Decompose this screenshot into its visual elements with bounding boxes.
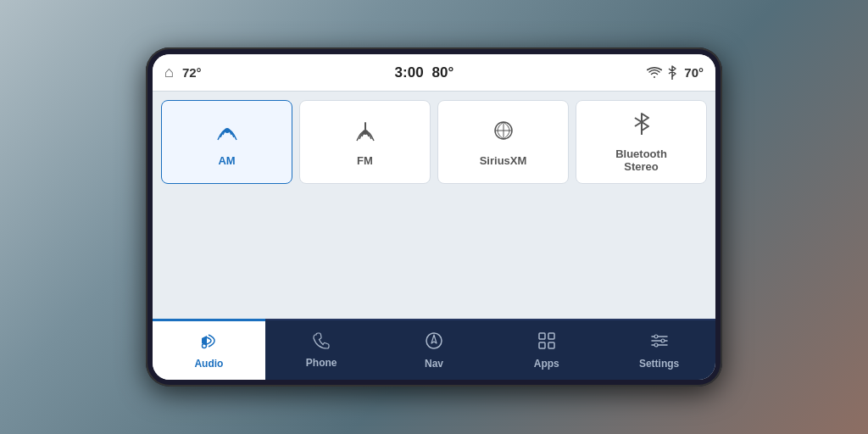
source-row: AM FM bbox=[153, 92, 715, 189]
nav-navigation[interactable]: Nav bbox=[378, 319, 491, 380]
svg-point-20 bbox=[654, 343, 658, 347]
source-bluetooth[interactable]: Bluetooth Stereo bbox=[576, 100, 707, 184]
screen: ⌂ 72° 3:00 80° bbox=[153, 54, 715, 380]
nav-phone[interactable]: Phone bbox=[265, 319, 378, 380]
nav-apps[interactable]: Apps bbox=[490, 319, 603, 380]
clock: 3:00 bbox=[395, 64, 424, 81]
source-am[interactable]: AM bbox=[161, 100, 292, 184]
svg-rect-12 bbox=[548, 333, 554, 339]
content-area bbox=[153, 189, 715, 319]
temp-right: 70° bbox=[684, 65, 704, 80]
apps-icon bbox=[537, 331, 556, 354]
audio-label: Audio bbox=[194, 358, 223, 370]
bluetooth-label: Bluetooth Stereo bbox=[615, 147, 667, 173]
settings-icon bbox=[650, 331, 669, 354]
sirius-icon bbox=[489, 118, 518, 149]
svg-point-8 bbox=[203, 344, 207, 348]
nav-settings[interactable]: Settings bbox=[603, 319, 715, 380]
screen-bezel: ⌂ 72° 3:00 80° bbox=[146, 47, 722, 387]
phone-icon bbox=[313, 332, 330, 353]
source-fm[interactable]: FM bbox=[299, 100, 431, 184]
temp-left: 72° bbox=[182, 65, 202, 80]
svg-rect-13 bbox=[539, 342, 545, 348]
nav-label: Nav bbox=[425, 358, 443, 370]
bottom-nav: Audio Phone Nav bbox=[153, 319, 715, 380]
status-bar: ⌂ 72° 3:00 80° bbox=[153, 54, 715, 92]
fm-icon bbox=[353, 118, 378, 149]
sirius-label: SiriusXM bbox=[480, 154, 527, 167]
nav-audio[interactable]: Audio bbox=[153, 319, 265, 380]
bluetooth-icon bbox=[667, 65, 677, 81]
connectivity-icons bbox=[647, 65, 677, 81]
apps-label: Apps bbox=[534, 358, 559, 370]
status-right: 70° bbox=[647, 65, 704, 81]
svg-rect-14 bbox=[548, 342, 554, 348]
phone-label: Phone bbox=[306, 357, 337, 369]
svg-point-18 bbox=[654, 335, 658, 338]
source-sirius[interactable]: SiriusXM bbox=[437, 100, 569, 184]
svg-rect-11 bbox=[539, 333, 545, 339]
nav-icon bbox=[425, 331, 443, 354]
svg-marker-10 bbox=[431, 335, 437, 343]
wifi-icon bbox=[647, 67, 662, 79]
home-icon[interactable]: ⌂ bbox=[164, 64, 174, 81]
fm-label: FM bbox=[357, 154, 373, 167]
status-center: 3:00 80° bbox=[395, 64, 454, 81]
am-label: AM bbox=[218, 154, 235, 167]
svg-point-19 bbox=[661, 339, 665, 342]
bt-icon bbox=[632, 111, 652, 142]
settings-label: Settings bbox=[639, 358, 679, 370]
temp-center: 80° bbox=[432, 64, 454, 81]
audio-icon bbox=[199, 331, 218, 354]
am-icon bbox=[214, 118, 240, 149]
